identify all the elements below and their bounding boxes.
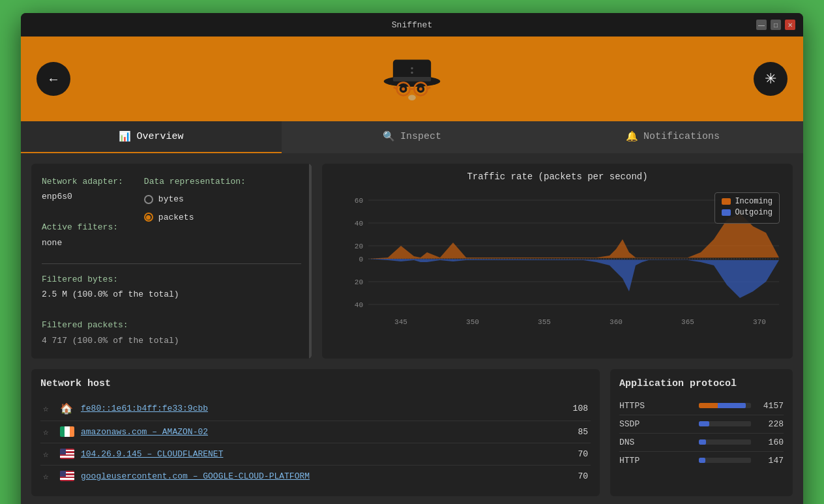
home-icon: 🏠 <box>60 402 74 415</box>
filtered-bytes-value: 2.5 M (100.0% of the total) <box>42 289 179 299</box>
protocol-count-http: 147 <box>758 456 784 466</box>
star-icon-2[interactable]: ☆ <box>43 426 53 437</box>
protocol-name-ssdp: SSDP <box>619 419 692 429</box>
scrollbar[interactable] <box>309 164 312 359</box>
svg-text:360: 360 <box>610 318 623 326</box>
filters-label: Active filters: <box>42 222 118 232</box>
adapter-info: Network adapter: enp6s0 Active filters: … <box>42 174 123 250</box>
back-button[interactable]: ← <box>37 62 70 96</box>
search-icon: 🔍 <box>383 130 395 143</box>
tab-notifications[interactable]: 🔔 Notifications <box>542 121 803 153</box>
info-panel: Network adapter: enp6s0 Active filters: … <box>31 164 312 359</box>
protocol-bar-container-http <box>699 458 751 463</box>
filtered-bytes-label: Filtered bytes: <box>42 274 118 284</box>
star-icon-4[interactable]: ☆ <box>43 471 53 482</box>
protocol-name-https: HTTPS <box>619 401 692 411</box>
protocol-row-ssdp: SSDP 228 <box>619 415 784 434</box>
radio-group: bytes packets <box>144 192 246 225</box>
bytes-radio-circle[interactable] <box>144 195 153 204</box>
star-icon-3[interactable]: ☆ <box>43 449 53 460</box>
host-name-2[interactable]: amazonaws.com – AMAZON-02 <box>81 427 555 437</box>
svg-marker-34 <box>368 259 779 298</box>
svg-point-14 <box>411 72 413 74</box>
packets-label: packets <box>158 210 194 225</box>
svg-text:345: 345 <box>394 318 407 326</box>
protocol-bar-https <box>699 403 746 408</box>
svg-point-10 <box>402 87 405 91</box>
svg-rect-2 <box>393 77 431 82</box>
protocol-row-https: HTTPS 4157 <box>619 397 784 415</box>
window-title: Sniffnet <box>392 20 432 30</box>
outgoing-label: Outgoing <box>735 208 772 217</box>
settings-button[interactable]: ✳ <box>754 62 787 96</box>
top-section: Network adapter: enp6s0 Active filters: … <box>21 153 803 369</box>
tab-overview[interactable]: 📊 Overview <box>21 121 282 153</box>
protocol-bar-container-ssdp <box>699 421 751 426</box>
host-row: ☆ amazonaws.com – AMAZON-02 85 <box>40 421 591 443</box>
main-content: Network adapter: enp6s0 Active filters: … <box>21 153 803 504</box>
network-host-title: Network host <box>40 378 591 389</box>
protocol-title: Application protocol <box>619 378 784 389</box>
filters-value: none <box>42 238 62 248</box>
protocol-bar-dns <box>699 439 706 445</box>
protocol-bar-ssdp <box>699 421 709 426</box>
svg-text:355: 355 <box>538 318 551 326</box>
logo-area <box>379 53 445 105</box>
host-count-3: 70 <box>562 449 588 459</box>
bytes-label: bytes <box>158 192 184 207</box>
protocol-bar-http <box>699 458 705 463</box>
radio-bytes[interactable]: bytes <box>144 192 246 207</box>
svg-text:370: 370 <box>753 318 766 326</box>
host-count-4: 70 <box>562 471 588 481</box>
adapter-label: Network adapter: <box>42 177 123 186</box>
host-name-1[interactable]: fe80::1e61:b4ff:fe33:9cbb <box>81 404 555 413</box>
host-name-3[interactable]: 104.26.9.145 – CLOUDFLARENET <box>81 449 555 459</box>
minimize-button[interactable]: — <box>756 20 767 30</box>
outgoing-color <box>722 209 731 216</box>
protocol-row-http: HTTP 147 <box>619 452 784 469</box>
host-count-1: 108 <box>562 404 588 413</box>
svg-point-13 <box>411 67 413 69</box>
protocol-panel: Application protocol HTTPS 4157 SSDP 228 <box>610 369 793 496</box>
svg-text:20: 20 <box>355 243 363 250</box>
protocol-bar-container-dns <box>699 439 751 445</box>
chart-legend: Incoming Outgoing <box>714 192 780 224</box>
protocol-row-dns: DNS 160 <box>619 434 784 452</box>
flag-us-1 <box>60 449 74 459</box>
close-button[interactable]: ✕ <box>785 20 795 30</box>
tab-inspect[interactable]: 🔍 Inspect <box>282 121 542 153</box>
filtered-info: Filtered bytes: 2.5 M (100.0% of the tot… <box>42 263 301 348</box>
svg-text:40: 40 <box>355 220 363 228</box>
network-host-panel: Network host ☆ 🏠 fe80::1e61:b4ff:fe33:9c… <box>31 369 600 496</box>
host-row: ☆ 🏠 fe80::1e61:b4ff:fe33:9cbb 108 <box>40 397 591 421</box>
outgoing-legend: Outgoing <box>722 208 772 217</box>
host-name-4[interactable]: googleusercontent.com – GOOGLE-CLOUD-PLA… <box>81 471 555 481</box>
packets-radio-dot <box>146 215 151 220</box>
svg-text:20: 20 <box>355 278 363 286</box>
incoming-label: Incoming <box>735 197 772 206</box>
protocol-name-http: HTTP <box>619 456 692 466</box>
bottom-section: Network host ☆ 🏠 fe80::1e61:b4ff:fe33:9c… <box>21 369 803 504</box>
filtered-packets-label: Filtered packets: <box>42 320 128 330</box>
svg-text:365: 365 <box>681 318 694 326</box>
star-icon-1[interactable]: ☆ <box>43 403 53 414</box>
packets-radio-circle[interactable] <box>144 213 153 222</box>
maximize-button[interactable]: □ <box>771 20 781 30</box>
protocol-count-dns: 160 <box>758 437 784 447</box>
info-top: Network adapter: enp6s0 Active filters: … <box>42 174 301 250</box>
svg-text:60: 60 <box>355 197 363 205</box>
flag-ie-1 <box>60 426 74 437</box>
protocol-name-dns: DNS <box>619 437 692 447</box>
header: ← <box>21 37 803 121</box>
svg-text:40: 40 <box>355 301 363 309</box>
host-count-2: 85 <box>562 427 588 437</box>
filtered-packets-value: 4 717 (100.0% of the total) <box>42 336 179 346</box>
window-controls: — □ ✕ <box>756 20 795 30</box>
chart-title: Traffic rate (packets per second) <box>330 171 785 182</box>
chart-icon: 📊 <box>119 130 131 143</box>
incoming-legend: Incoming <box>722 197 772 206</box>
incoming-color <box>722 198 731 205</box>
app-logo <box>379 53 445 105</box>
radio-packets[interactable]: packets <box>144 210 246 225</box>
adapter-value: enp6s0 <box>42 192 72 201</box>
